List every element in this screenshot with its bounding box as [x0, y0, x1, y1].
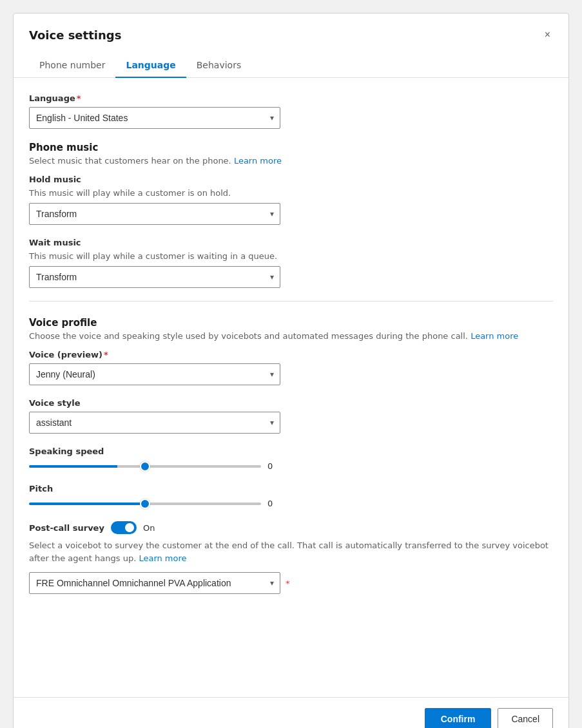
dialog-footer: Confirm Cancel	[14, 697, 568, 728]
hold-music-select[interactable]: Transform Classic Jazz None	[29, 203, 280, 225]
speaking-speed-field: Speaking speed 0	[29, 446, 553, 471]
confirm-button[interactable]: Confirm	[425, 708, 492, 728]
phone-music-heading: Phone music	[29, 142, 553, 153]
post-call-survey-toggle[interactable]	[111, 521, 137, 534]
survey-voicebot-select[interactable]: FRE Omnichannel Omnichannel PVA Applicat…	[29, 572, 280, 594]
voice-profile-learn-more[interactable]: Learn more	[470, 331, 518, 341]
pitch-slider[interactable]	[29, 503, 261, 505]
survey-voicebot-row: FRE Omnichannel Omnichannel PVA Applicat…	[29, 572, 553, 594]
pitch-value: 0	[267, 499, 280, 508]
hold-music-field: Hold music This music will play while a …	[29, 175, 553, 225]
survey-required-star: *	[286, 579, 290, 588]
speaking-speed-row: 0	[29, 461, 553, 471]
phone-music-learn-more[interactable]: Learn more	[234, 156, 282, 166]
dialog-title: Voice settings	[29, 28, 121, 42]
language-select[interactable]: English - United States Spanish - Spain …	[29, 107, 280, 129]
pitch-row: 0	[29, 499, 553, 508]
dialog-content: Language* English - United States Spanis…	[14, 78, 568, 697]
pitch-label: Pitch	[29, 484, 553, 493]
pitch-field: Pitch 0	[29, 484, 553, 508]
wait-music-label: Wait music	[29, 238, 553, 247]
post-call-survey-learn-more[interactable]: Learn more	[139, 553, 186, 563]
wait-music-field: Wait music This music will play while a …	[29, 238, 553, 288]
dialog-header: Voice settings ×	[14, 14, 568, 43]
language-field: Language* English - United States Spanis…	[29, 93, 553, 129]
voice-profile-heading: Voice profile	[29, 317, 553, 329]
wait-music-select-wrapper: Transform Classic Jazz None ▾	[29, 266, 280, 288]
post-call-survey-section: Post-call survey On Select a voicebot to…	[29, 521, 553, 594]
wait-music-select[interactable]: Transform Classic Jazz None	[29, 266, 280, 288]
voice-preview-select-wrapper: Jenny (Neural) Guy (Neural) Aria (Neural…	[29, 363, 280, 385]
speaking-speed-label: Speaking speed	[29, 446, 553, 456]
toggle-row: Post-call survey On	[29, 521, 553, 534]
voice-style-select-wrapper: assistant newscast chat customerservice …	[29, 412, 280, 434]
tab-behaviors[interactable]: Behaviors	[186, 53, 251, 78]
toggle-on-text: On	[143, 523, 155, 533]
hold-music-select-wrapper: Transform Classic Jazz None ▾	[29, 203, 280, 225]
voice-style-field: Voice style assistant newscast chat cust…	[29, 398, 553, 434]
voice-style-select[interactable]: assistant newscast chat customerservice	[29, 412, 280, 434]
post-call-survey-desc: Select a voicebot to survey the customer…	[29, 539, 553, 564]
close-button[interactable]: ×	[542, 26, 553, 43]
tab-phone-number[interactable]: Phone number	[29, 53, 115, 78]
toggle-track	[111, 521, 137, 534]
voice-preview-label: Voice (preview)*	[29, 350, 553, 359]
hold-music-label: Hold music	[29, 175, 553, 184]
phone-music-section: Phone music Select music that customers …	[29, 142, 553, 166]
voice-preview-select[interactable]: Jenny (Neural) Guy (Neural) Aria (Neural…	[29, 363, 280, 385]
tab-language[interactable]: Language	[115, 53, 186, 78]
survey-voicebot-select-wrapper: FRE Omnichannel Omnichannel PVA Applicat…	[29, 572, 280, 594]
voice-profile-section: Voice profile Choose the voice and speak…	[29, 317, 553, 341]
speaking-speed-value: 0	[267, 461, 280, 471]
tab-bar: Phone number Language Behaviors	[14, 46, 568, 78]
language-select-wrapper: English - United States Spanish - Spain …	[29, 107, 280, 129]
post-call-survey-label: Post-call survey	[29, 523, 104, 533]
section-divider	[29, 301, 553, 302]
speaking-speed-slider[interactable]	[29, 465, 261, 468]
voice-settings-dialog: Voice settings × Phone number Language B…	[13, 13, 569, 728]
voice-style-label: Voice style	[29, 398, 553, 408]
voice-preview-field: Voice (preview)* Jenny (Neural) Guy (Neu…	[29, 350, 553, 385]
language-label: Language*	[29, 93, 553, 103]
voice-profile-desc: Choose the voice and speaking style used…	[29, 331, 553, 341]
wait-music-desc: This music will play while a customer is…	[29, 251, 553, 261]
hold-music-desc: This music will play while a customer is…	[29, 188, 553, 198]
cancel-button[interactable]: Cancel	[498, 708, 553, 728]
phone-music-desc: Select music that customers hear on the …	[29, 156, 553, 166]
